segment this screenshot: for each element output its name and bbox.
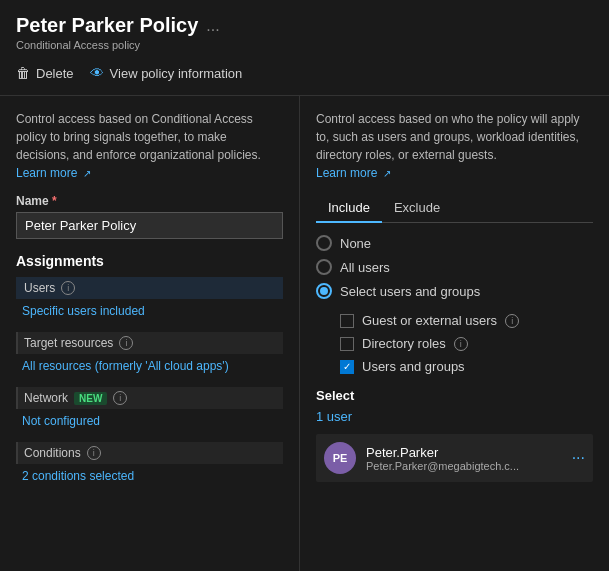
checkbox-directory-box (340, 337, 354, 351)
user-card: PE Peter.Parker Peter.Parker@megabigtech… (316, 434, 593, 482)
external-link-icon-right: ↗ (383, 168, 391, 179)
policy-name-input[interactable] (16, 212, 283, 239)
target-resources-value[interactable]: All resources (formerly 'All cloud apps'… (16, 357, 283, 377)
users-info-icon[interactable]: i (61, 281, 75, 295)
trash-icon: 🗑 (16, 65, 30, 81)
name-label: Name * (16, 194, 283, 208)
network-info-icon[interactable]: i (113, 391, 127, 405)
required-indicator: * (52, 194, 57, 208)
user-scope-radio-group: None All users Select users and groups (316, 235, 593, 299)
users-value[interactable]: Specific users included (16, 302, 283, 322)
select-section: Select 1 user PE Peter.Parker Peter.Park… (316, 388, 593, 482)
radio-select-circle (316, 283, 332, 299)
guest-info-icon[interactable]: i (505, 314, 519, 328)
right-description: Control access based on who the policy w… (316, 110, 593, 182)
left-panel: Control access based on Conditional Acce… (0, 96, 300, 571)
eye-icon: 👁 (90, 65, 104, 81)
user-avatar: PE (324, 442, 356, 474)
radio-select-users-groups[interactable]: Select users and groups (316, 283, 593, 299)
network-header: Network NEW i (16, 387, 283, 409)
network-value[interactable]: Not configured (16, 412, 283, 432)
main-content: Control access based on Conditional Acce… (0, 96, 609, 571)
header-ellipsis-button[interactable]: ... (206, 17, 219, 35)
header-actions: 🗑 Delete 👁 View policy information (16, 59, 593, 87)
checkbox-guest-box (340, 314, 354, 328)
user-info: Peter.Parker Peter.Parker@megabigtech.c.… (366, 445, 562, 472)
right-panel: Control access based on who the policy w… (300, 96, 609, 571)
assignments-title: Assignments (16, 253, 283, 269)
new-badge: NEW (74, 392, 107, 405)
page-title: Peter Parker Policy (16, 14, 198, 37)
network-assignment: Network NEW i Not configured (16, 387, 283, 432)
radio-all-users[interactable]: All users (316, 259, 593, 275)
left-description: Control access based on Conditional Acce… (16, 110, 283, 182)
target-resources-info-icon[interactable]: i (119, 336, 133, 350)
radio-none-circle (316, 235, 332, 251)
conditions-header: Conditions i (16, 442, 283, 464)
radio-none[interactable]: None (316, 235, 593, 251)
delete-button[interactable]: 🗑 Delete (16, 65, 74, 81)
include-exclude-tabs: Include Exclude (316, 194, 593, 223)
page-subtitle: Conditional Access policy (16, 39, 593, 51)
users-header: Users i (16, 277, 283, 299)
user-display-name: Peter.Parker (366, 445, 562, 460)
user-more-button[interactable]: ··· (572, 449, 585, 467)
checkbox-users-groups-box (340, 360, 354, 374)
checkbox-guest-external[interactable]: Guest or external users i (340, 313, 593, 328)
user-type-checkboxes: Guest or external users i Directory role… (340, 313, 593, 374)
radio-all-users-circle (316, 259, 332, 275)
select-label: Select (316, 388, 593, 403)
directory-info-icon[interactable]: i (454, 337, 468, 351)
conditions-value[interactable]: 2 conditions selected (16, 467, 283, 487)
conditions-info-icon[interactable]: i (87, 446, 101, 460)
right-learn-more-link[interactable]: Learn more ↗ (316, 166, 391, 180)
checkbox-directory-roles[interactable]: Directory roles i (340, 336, 593, 351)
view-policy-button[interactable]: 👁 View policy information (90, 65, 243, 81)
tab-exclude[interactable]: Exclude (382, 194, 452, 223)
target-resources-header: Target resources i (16, 332, 283, 354)
checkbox-users-groups[interactable]: Users and groups (340, 359, 593, 374)
page-header: Peter Parker Policy ... Conditional Acce… (0, 0, 609, 95)
tab-include[interactable]: Include (316, 194, 382, 223)
user-email: Peter.Parker@megabigtech.c... (366, 460, 562, 472)
users-assignment: Users i Specific users included (16, 277, 283, 322)
external-link-icon: ↗ (83, 168, 91, 179)
left-learn-more-link[interactable]: Learn more ↗ (16, 166, 91, 180)
select-count[interactable]: 1 user (316, 409, 593, 424)
target-resources-assignment: Target resources i All resources (former… (16, 332, 283, 377)
conditions-assignment: Conditions i 2 conditions selected (16, 442, 283, 487)
